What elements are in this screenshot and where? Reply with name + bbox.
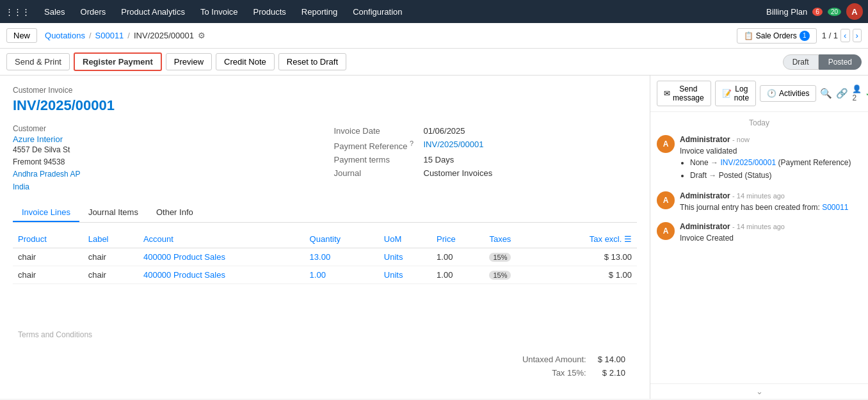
nav-products[interactable]: Products: [247, 4, 293, 19]
follower-count: 👤 2: [852, 84, 862, 102]
link-icon[interactable]: 🔗: [836, 88, 848, 99]
main-layout: Customer Invoice INV/2025/00001 Customer…: [0, 76, 868, 399]
row2-label[interactable]: chair: [83, 266, 138, 284]
nav-configuration[interactable]: Configuration: [346, 4, 408, 19]
search-chatter-icon[interactable]: 🔍: [820, 88, 832, 99]
row1-product[interactable]: chair: [13, 248, 83, 266]
invoice-date-label: Invoice Date: [330, 124, 420, 138]
avatar-2: A: [657, 191, 675, 209]
chatter-time-1: - now: [732, 136, 750, 143]
pagination: 1 / 1 ‹ ›: [822, 29, 862, 42]
row1-price[interactable]: 1.00: [431, 248, 484, 266]
invoice-title: INV/2025/00001: [13, 97, 637, 114]
settings-icon[interactable]: ⚙: [198, 31, 205, 40]
breadcrumb-bar: New Quotations / S00011 / INV/2025/00001…: [0, 23, 868, 49]
new-button[interactable]: New: [6, 28, 37, 43]
payment-ref-link[interactable]: INV/2025/00001: [720, 158, 776, 167]
send-print-button[interactable]: Send & Print: [6, 53, 70, 70]
payment-ref-help[interactable]: ?: [410, 140, 414, 147]
customer-label: Customer: [13, 124, 320, 133]
avatar-1: A: [657, 135, 675, 153]
chatter-panel: ✉ Send message 📝 Log note 🕐 Activities 🔍…: [650, 76, 868, 399]
payment-ref-label: Payment Reference ?: [330, 138, 420, 153]
table-row: chair chair 400000 Product Sales 1.00 Un…: [13, 266, 637, 284]
row2-price[interactable]: 1.00: [431, 266, 484, 284]
sale-orders-label: Sale Orders: [756, 31, 797, 40]
breadcrumb-sep-1: /: [89, 31, 92, 40]
row1-label[interactable]: chair: [83, 248, 138, 266]
nav-orders[interactable]: Orders: [74, 4, 113, 19]
notification-badge[interactable]: 6: [812, 8, 823, 16]
col-quantity: Quantity: [305, 230, 379, 248]
empty-table-area: [13, 284, 637, 323]
row2-account[interactable]: 400000 Product Sales: [143, 270, 225, 280]
next-page-button[interactable]: ›: [853, 29, 862, 42]
breadcrumb-sep-2: /: [127, 31, 130, 40]
address-country[interactable]: India: [13, 182, 29, 191]
prev-page-button[interactable]: ‹: [840, 29, 849, 42]
chatter-time-2: - 14 minutes ago: [732, 192, 785, 200]
row2-product[interactable]: chair: [13, 266, 83, 284]
register-payment-button[interactable]: Register Payment: [74, 52, 162, 71]
billing-plan-link[interactable]: Billing Plan: [766, 7, 807, 17]
chatter-author-3: Administrator: [680, 222, 730, 231]
user-avatar[interactable]: A: [846, 3, 863, 20]
clock-icon: 🕐: [767, 89, 776, 98]
activities-button[interactable]: 🕐 Activities: [760, 85, 816, 102]
following-button[interactable]: ✓ Following: [865, 89, 868, 98]
preview-button[interactable]: Preview: [166, 53, 212, 70]
send-message-button[interactable]: ✉ Send message: [657, 81, 711, 106]
invoice-panel: Customer Invoice INV/2025/00001 Customer…: [0, 76, 650, 399]
row2-quantity[interactable]: 1.00: [310, 270, 326, 280]
invoice-tabs: Invoice Lines Journal Items Other Info: [13, 204, 637, 223]
check-icon: ✓: [865, 89, 868, 98]
doc-type-label: Customer Invoice: [13, 86, 637, 95]
chatter-text-2: This journal entry has been created from…: [680, 202, 862, 213]
terms-section: Terms and Conditions: [13, 323, 637, 347]
tax-label: Tax 15%:: [517, 367, 591, 379]
tab-invoice-lines[interactable]: Invoice Lines: [13, 204, 79, 222]
breadcrumb-s00011[interactable]: S00011: [95, 31, 124, 40]
row1-taxes: 15%: [484, 248, 542, 266]
customer-name[interactable]: Azure Interior: [13, 134, 320, 144]
journal-label: Journal: [330, 166, 420, 180]
credit-note-button[interactable]: Credit Note: [216, 53, 275, 70]
address-line3[interactable]: Andhra Pradesh AP: [13, 170, 80, 179]
chatter-text-3: Invoice Created: [680, 232, 862, 244]
reset-to-draft-button[interactable]: Reset to Draft: [278, 53, 346, 70]
row2-uom[interactable]: Units: [384, 270, 403, 280]
breadcrumb-current: INV/2025/00001: [134, 31, 194, 40]
invoice-date-value[interactable]: 01/06/2025: [420, 124, 638, 138]
note-icon: 📝: [722, 89, 732, 98]
tab-journal-items[interactable]: Journal Items: [79, 204, 147, 222]
top-navigation: ⋮⋮⋮ Sales Orders Product Analytics To In…: [0, 0, 868, 23]
row1-uom[interactable]: Units: [384, 252, 403, 262]
sale-orders-icon: 📋: [744, 31, 753, 40]
person-icon: 👤: [852, 84, 862, 93]
scroll-down-indicator[interactable]: ⌄: [650, 383, 868, 399]
grid-icon[interactable]: ⋮⋮⋮: [5, 7, 30, 17]
breadcrumb-quotations[interactable]: Quotations: [45, 31, 85, 40]
chatter-time-3: - 14 minutes ago: [732, 223, 785, 230]
payment-ref-value[interactable]: INV/2025/00001: [420, 138, 638, 153]
user-badge[interactable]: 20: [828, 8, 841, 16]
row1-account[interactable]: 400000 Product Sales: [143, 252, 225, 262]
chatter-content-2: Administrator - 14 minutes ago This jour…: [680, 191, 862, 213]
nav-to-invoice[interactable]: To Invoice: [194, 4, 245, 19]
address-line1: 4557 De Silva St: [13, 145, 70, 154]
pagination-text: 1 / 1: [822, 31, 838, 40]
chatter-author-1: Administrator: [680, 135, 730, 144]
today-label: Today: [657, 118, 862, 127]
invoice-table: Product Label Account Quantity UoM Price…: [13, 230, 637, 284]
log-note-button[interactable]: 📝 Log note: [715, 81, 756, 106]
nav-reporting[interactable]: Reporting: [295, 4, 344, 19]
s00011-link[interactable]: S00011: [822, 203, 848, 212]
envelope-icon: ✉: [664, 89, 670, 98]
nav-sales[interactable]: Sales: [38, 4, 72, 19]
address-line2: Fremont 94538: [13, 157, 65, 166]
nav-product-analytics[interactable]: Product Analytics: [115, 4, 191, 19]
sale-orders-button[interactable]: 📋 Sale Orders 1: [737, 28, 817, 44]
chatter-content-3: Administrator - 14 minutes ago Invoice C…: [680, 222, 862, 244]
row1-quantity[interactable]: 13.00: [310, 252, 331, 262]
tab-other-info[interactable]: Other Info: [147, 204, 202, 222]
